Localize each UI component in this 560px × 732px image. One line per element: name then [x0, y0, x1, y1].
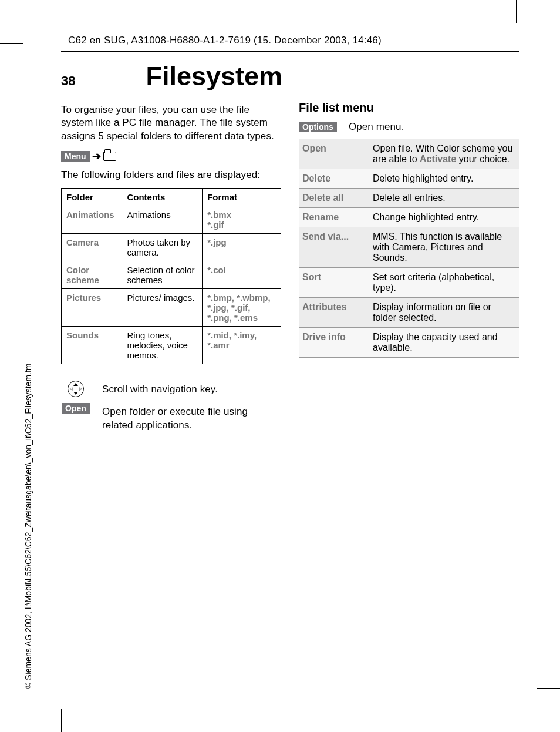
menu-label: Attributes	[299, 298, 369, 328]
menu-row: Rename Change highlighted entry.	[299, 208, 519, 227]
menu-desc: Change highlighted entry.	[369, 208, 519, 227]
title-row: 38 Filesystem	[61, 52, 519, 98]
menu-label: Delete all	[299, 189, 369, 208]
menu-row: Delete Delete highlighted entry.	[299, 169, 519, 189]
crop-mark	[537, 688, 560, 689]
cell-contents: Photos taken by camera.	[122, 233, 203, 261]
cell-format: *.col	[203, 261, 281, 288]
right-column: File list menu Options Open menu. Open O…	[299, 101, 519, 436]
menu-desc: Set sort criteria (alphabetical, type).	[369, 268, 519, 298]
left-column: To organise your files, you can use the …	[61, 101, 281, 436]
menu-row: Send via... MMS. This function is availa…	[299, 227, 519, 268]
folder-icon	[103, 152, 116, 161]
menu-label: Delete	[299, 169, 369, 189]
file-list-menu-heading: File list menu	[299, 101, 519, 115]
options-pill: Options	[299, 122, 337, 132]
cell-contents: Pictures/ images.	[122, 288, 203, 326]
crop-mark	[0, 43, 23, 44]
table-row: Sounds Ring tones, melodies, voice memos…	[62, 326, 281, 364]
menu-label: Rename	[299, 208, 369, 227]
crop-mark	[516, 0, 517, 23]
th-format: Format	[203, 188, 281, 206]
menu-row: Drive info Display the capacity used and…	[299, 328, 519, 358]
cell-contents: Selection of color schemes	[122, 261, 203, 288]
menu-label: Sort	[299, 268, 369, 298]
menu-row: Attributes Display information on file o…	[299, 298, 519, 328]
file-list-menu-table: Open Open file. With Color scheme you ar…	[299, 139, 519, 358]
cell-format: *.bmp, *.wbmp, *.jpg, *.gif, *.png, *.em…	[203, 288, 281, 326]
nav-text: Scroll with navigation key.	[102, 381, 218, 398]
menu-path: Menu ➔	[61, 150, 116, 163]
table-row: Color scheme Selection of color schemes …	[62, 261, 281, 288]
open-text: Open folder or execute file using relate…	[102, 403, 281, 434]
cell-contents: Ring tones, melodies, voice memos.	[122, 326, 203, 364]
nav-key-icon: ◁ ▷	[68, 381, 84, 397]
side-file-path: © Siemens AG 2002, I:\Mobil\L55\C62\C62_…	[23, 364, 33, 689]
cell-folder: Color scheme	[62, 261, 122, 288]
table-header-row: Folder Contents Format	[62, 188, 281, 206]
table-row: Animations Animations *.bmx *.gif	[62, 206, 281, 233]
intro-text: To organise your files, you can use the …	[61, 101, 281, 145]
table-row: Pictures Pictures/ images. *.bmp, *.wbmp…	[62, 288, 281, 326]
menu-desc: Open file. With Color scheme you are abl…	[369, 139, 519, 169]
cell-folder: Camera	[62, 233, 122, 261]
table-row: Camera Photos taken by camera. *.jpg	[62, 233, 281, 261]
menu-desc: Display information on file or folder se…	[369, 298, 519, 328]
menu-label: Send via...	[299, 227, 369, 268]
menu-pill: Menu	[61, 151, 90, 162]
menu-desc: Display the capacity used and available.	[369, 328, 519, 358]
menu-row: Open Open file. With Color scheme you ar…	[299, 139, 519, 169]
menu-label: Open	[299, 139, 369, 169]
page-number: 38	[61, 73, 75, 89]
options-line: Options Open menu.	[299, 118, 519, 136]
menu-desc: MMS. This function is available with Cam…	[369, 227, 519, 268]
cell-contents: Animations	[122, 206, 203, 233]
menu-row: Delete all Delete all entries.	[299, 189, 519, 208]
th-contents: Contents	[122, 188, 203, 206]
menu-row: Sort Set sort criteria (alphabetical, ty…	[299, 268, 519, 298]
menu-desc: Delete highlighted entry.	[369, 169, 519, 189]
cell-folder: Pictures	[62, 288, 122, 326]
page-header: C62 en SUG, A31008-H6880-A1-2-7619 (15. …	[61, 26, 519, 52]
open-row: Open Open folder or execute file using r…	[61, 401, 281, 436]
menu-desc: Delete all entries.	[369, 189, 519, 208]
cell-format: *.mid, *.imy, *.amr	[203, 326, 281, 364]
menu-label: Drive info	[299, 328, 369, 358]
options-text: Open menu.	[349, 118, 404, 136]
cell-format: *.jpg	[203, 233, 281, 261]
menu-desc-bold: Activate	[420, 154, 456, 164]
nav-left-arrow: ◁	[69, 387, 72, 391]
after-menu-text: The following folders and files are disp…	[61, 166, 281, 184]
page-container: C62 en SUG, A31008-H6880-A1-2-7619 (15. …	[61, 26, 519, 436]
cell-format: *.bmx *.gif	[203, 206, 281, 233]
folder-table: Folder Contents Format Animations Animat…	[61, 188, 281, 364]
cell-folder: Animations	[62, 206, 122, 233]
nav-key-row: ◁ ▷ Scroll with navigation key.	[61, 378, 281, 401]
open-pill: Open	[62, 403, 90, 414]
page-title: Filesystem	[146, 61, 282, 92]
arrow-icon: ➔	[92, 150, 101, 163]
th-folder: Folder	[62, 188, 122, 206]
menu-desc-text: your choice.	[456, 154, 510, 164]
cell-folder: Sounds	[62, 326, 122, 364]
crop-mark	[61, 709, 62, 732]
nav-right-arrow: ▷	[79, 387, 82, 391]
